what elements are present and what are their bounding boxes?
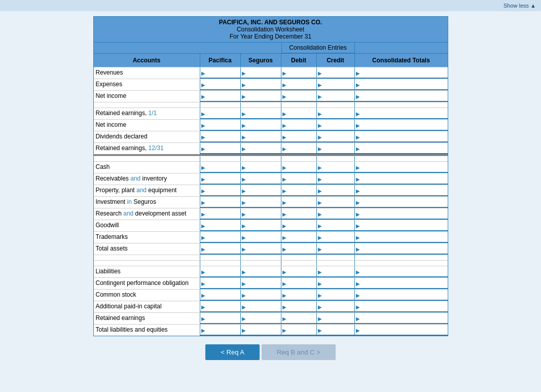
seguros-input[interactable] — [241, 162, 281, 173]
cell-pacifica[interactable]: ▶ — [200, 325, 241, 336]
seguros-input[interactable] — [241, 185, 281, 196]
credit-input[interactable] — [317, 301, 354, 312]
cell-debit[interactable]: ▶ — [281, 120, 317, 131]
pacifica-input[interactable] — [200, 313, 240, 324]
consolidated-input[interactable] — [355, 290, 448, 301]
cell-seguros[interactable]: ▶ — [241, 108, 281, 119]
consolidated-input[interactable] — [355, 220, 448, 231]
cell-consolidated[interactable]: ▶ — [355, 220, 448, 231]
cell-pacifica[interactable]: ▶ — [200, 79, 241, 90]
cell-credit[interactable]: ▶ — [317, 91, 355, 102]
cell-debit[interactable]: ▶ — [281, 220, 317, 231]
cell-credit[interactable]: ▶ — [317, 67, 355, 79]
seguros-input[interactable] — [241, 173, 281, 185]
cell-credit[interactable]: ▶ — [317, 266, 355, 277]
cell-consolidated[interactable]: ▶ — [355, 120, 448, 131]
debit-input[interactable] — [281, 67, 316, 79]
cell-consolidated[interactable]: ▶ — [355, 79, 448, 90]
cell-debit[interactable]: ▶ — [281, 197, 317, 208]
cell-consolidated[interactable]: ▶ — [355, 278, 448, 289]
cell-credit[interactable]: ▶ — [317, 162, 355, 173]
debit-input[interactable] — [281, 325, 316, 336]
seguros-input[interactable] — [241, 220, 281, 231]
cell-pacifica[interactable]: ▶ — [200, 278, 241, 289]
cell-seguros[interactable]: ▶ — [241, 67, 281, 79]
cell-pacifica[interactable]: ▶ — [200, 91, 241, 102]
cell-consolidated[interactable]: ▶ — [355, 108, 448, 119]
credit-input[interactable] — [317, 290, 354, 301]
consolidated-input[interactable] — [355, 232, 448, 243]
cell-consolidated[interactable]: ▶ — [355, 197, 448, 208]
cell-credit[interactable]: ▶ — [317, 278, 355, 289]
cell-seguros[interactable]: ▶ — [241, 143, 281, 154]
cell-pacifica[interactable]: ▶ — [200, 120, 241, 131]
cell-seguros[interactable]: ▶ — [241, 185, 281, 196]
consolidated-input[interactable] — [355, 278, 448, 289]
cell-pacifica[interactable]: ▶ — [200, 173, 241, 185]
cell-credit[interactable]: ▶ — [317, 208, 355, 220]
pacifica-input[interactable] — [200, 67, 240, 79]
consolidated-input[interactable] — [355, 131, 448, 142]
credit-input[interactable] — [317, 208, 354, 220]
pacifica-input[interactable] — [200, 162, 240, 173]
cell-consolidated[interactable]: ▶ — [355, 243, 448, 255]
cell-debit[interactable]: ▶ — [281, 143, 317, 154]
seguros-input[interactable] — [241, 108, 281, 119]
pacifica-input[interactable] — [200, 290, 240, 301]
consolidated-input[interactable] — [355, 266, 448, 277]
consolidated-input[interactable] — [355, 79, 448, 90]
debit-input[interactable] — [281, 313, 316, 324]
cell-pacifica[interactable]: ▶ — [200, 108, 241, 119]
credit-input[interactable] — [317, 220, 354, 231]
cell-debit[interactable]: ▶ — [281, 290, 317, 301]
cell-seguros[interactable]: ▶ — [241, 197, 281, 208]
seguros-input[interactable] — [241, 278, 281, 289]
consolidated-input[interactable] — [355, 91, 448, 102]
cell-consolidated[interactable]: ▶ — [355, 301, 448, 312]
pacifica-input[interactable] — [200, 185, 240, 196]
cell-consolidated[interactable]: ▶ — [355, 290, 448, 301]
cell-debit[interactable]: ▶ — [281, 325, 317, 336]
cell-consolidated[interactable]: ▶ — [355, 266, 448, 277]
seguros-input[interactable] — [241, 67, 281, 79]
cell-consolidated[interactable]: ▶ — [355, 91, 448, 102]
consolidated-input[interactable] — [355, 208, 448, 220]
debit-input[interactable] — [281, 131, 316, 142]
credit-input[interactable] — [317, 120, 354, 131]
debit-input[interactable] — [281, 232, 316, 243]
cell-credit[interactable]: ▶ — [317, 185, 355, 196]
credit-input[interactable] — [317, 325, 354, 336]
consolidated-input[interactable] — [355, 143, 448, 154]
cell-debit[interactable]: ▶ — [281, 278, 317, 289]
pacifica-input[interactable] — [200, 301, 240, 312]
cell-credit[interactable]: ▶ — [317, 197, 355, 208]
cell-credit[interactable]: ▶ — [317, 108, 355, 119]
cell-credit[interactable]: ▶ — [317, 131, 355, 142]
cell-pacifica[interactable]: ▶ — [200, 162, 241, 173]
debit-input[interactable] — [281, 108, 316, 119]
seguros-input[interactable] — [241, 79, 281, 90]
req-bc-button[interactable]: Req B and C > — [262, 344, 336, 360]
credit-input[interactable] — [317, 232, 354, 243]
cell-consolidated[interactable]: ▶ — [355, 232, 448, 243]
credit-input[interactable] — [317, 243, 354, 255]
cell-seguros[interactable]: ▶ — [241, 325, 281, 336]
pacifica-input[interactable] — [200, 173, 240, 185]
consolidated-input[interactable] — [355, 185, 448, 196]
cell-consolidated[interactable]: ▶ — [355, 173, 448, 185]
credit-input[interactable] — [317, 266, 354, 277]
cell-consolidated[interactable]: ▶ — [355, 67, 448, 79]
cell-seguros[interactable]: ▶ — [241, 243, 281, 255]
pacifica-input[interactable] — [200, 120, 240, 131]
cell-debit[interactable]: ▶ — [281, 131, 317, 142]
cell-consolidated[interactable]: ▶ — [355, 185, 448, 196]
consolidated-input[interactable] — [355, 243, 448, 255]
cell-pacifica[interactable]: ▶ — [200, 197, 241, 208]
seguros-input[interactable] — [241, 232, 281, 243]
debit-input[interactable] — [281, 266, 316, 277]
cell-pacifica[interactable]: ▶ — [200, 243, 241, 255]
debit-input[interactable] — [281, 197, 316, 208]
cell-seguros[interactable]: ▶ — [241, 232, 281, 243]
credit-input[interactable] — [317, 131, 354, 142]
cell-debit[interactable]: ▶ — [281, 266, 317, 277]
